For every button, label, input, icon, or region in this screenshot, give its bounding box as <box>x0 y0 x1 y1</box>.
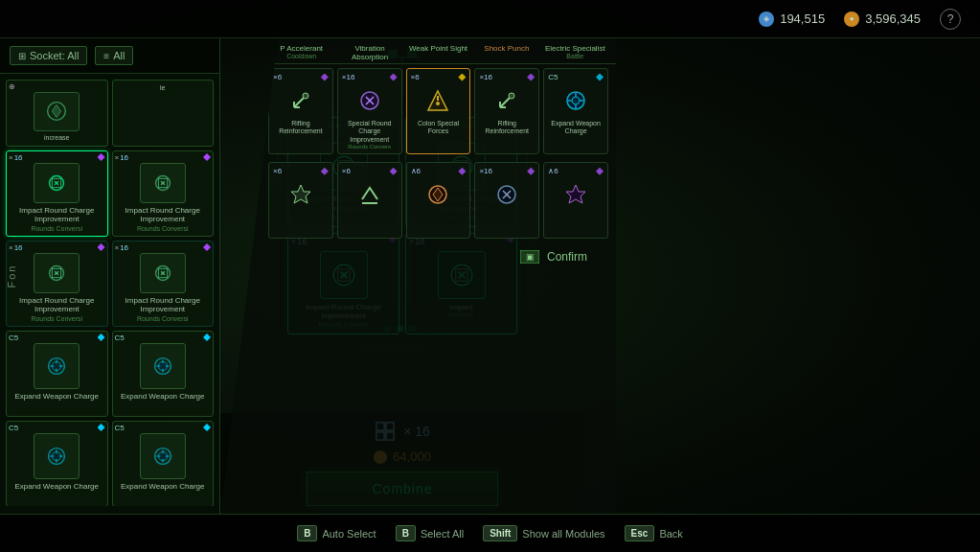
bottom-bar: B Auto Select B Select All Shift Show al… <box>0 514 980 552</box>
cat-4: Shock Punch <box>473 44 539 61</box>
rarity-gem <box>98 243 105 251</box>
list-item[interactable]: ⊕ increase <box>6 80 108 147</box>
hotkey-label-2: Select All <box>421 528 464 540</box>
fon-label: Fon <box>6 264 17 288</box>
item-badge: ×16 <box>115 243 129 252</box>
hotkey-back: Esc Back <box>625 525 683 541</box>
item-icon <box>34 92 80 131</box>
module-r2-2[interactable]: ×6 <box>337 162 402 239</box>
hotkey-label-3: Show all Modules <box>522 528 604 540</box>
item-badge: C5 <box>9 424 18 432</box>
rarity-gem <box>203 334 211 341</box>
item-badge: ⊕ <box>9 82 15 91</box>
list-item[interactable]: C5 Expand Weapon Charge <box>6 421 108 506</box>
rarity-indicator <box>321 168 329 175</box>
cat-1: P Accelerant Cooldown <box>268 44 334 61</box>
module-name: Special Round Charge Improvement <box>342 120 398 144</box>
module-icon <box>353 83 387 118</box>
currency2-icon: ● <box>844 12 859 27</box>
type-label: All <box>113 50 125 61</box>
left-panel: ⊞ Socket: All ≡ All ⊕ increase le ×16 Im… <box>0 38 220 514</box>
item-sub: Rounds Conversi <box>137 315 189 322</box>
item-badge: ×16 <box>9 153 23 162</box>
cat-3: Weak Point Sight <box>405 44 471 61</box>
module-r2-1[interactable]: ×6 <box>268 162 333 239</box>
rarity-gem <box>98 424 105 431</box>
rarity-indicator <box>321 74 329 81</box>
item-name: Impact Round Charge Improvement <box>117 206 210 224</box>
list-item[interactable]: le <box>112 80 215 147</box>
confirm-button[interactable]: ▣ Confirm <box>520 250 587 264</box>
rarity-indicator <box>390 168 398 175</box>
list-item[interactable]: C5 Expand Weapon Charge <box>112 331 215 417</box>
rarity-indicator <box>458 74 466 81</box>
module-r2-5[interactable]: ∧6 <box>543 162 608 239</box>
type-filter[interactable]: ≡ All <box>95 46 133 65</box>
module-name: Rifling Reinforcement <box>479 120 535 136</box>
module-expand[interactable]: C5 Expand Weapon Charge <box>543 68 608 154</box>
hotkey-b2: B <box>396 525 416 541</box>
list-item[interactable]: ×16 Impact Round Charge Improvement Roun… <box>112 150 215 237</box>
socket-filter[interactable]: ⊞ Socket: All <box>10 46 87 65</box>
rarity-gem <box>203 153 211 161</box>
module-name: Colon Special Forces <box>411 120 467 136</box>
item-name: increase <box>44 134 69 142</box>
module-icon <box>421 83 455 118</box>
item-sub: Rounds Conversi <box>137 225 189 232</box>
item-sub: Rounds Conversi <box>31 225 82 232</box>
rarity-indicator <box>596 74 604 81</box>
module-icon <box>284 83 318 118</box>
item-icon <box>34 253 80 293</box>
module-row-2: ×6 ×6 ∧6 ×16 ∧6 <box>220 158 616 242</box>
hotkey-esc: Esc <box>625 525 655 541</box>
list-item[interactable]: ×16 Impact Round Charge Improvement Roun… <box>6 150 108 237</box>
socket-icon: ⊞ <box>18 51 26 61</box>
module-row-1: ×6 Rifling Reinforcement ×16 Special Rou… <box>220 64 616 158</box>
svg-point-50 <box>436 102 440 105</box>
list-item[interactable]: ×16 Impact Round Charge Improvement Roun… <box>6 241 108 327</box>
item-name: Impact Round Charge Improvement <box>117 296 210 314</box>
item-icon <box>140 253 186 293</box>
confirm-area: ▣ Confirm <box>220 242 616 258</box>
item-name: Expand Weapon Charge <box>15 482 99 492</box>
right-panel: P Accelerant Cooldown Vibration Absorpti… <box>220 38 616 514</box>
type-icon: ≡ <box>103 51 109 61</box>
currency1-icon: ◈ <box>759 12 774 27</box>
list-item[interactable]: C5 Expand Weapon Charge <box>112 421 215 506</box>
item-icon <box>34 343 80 389</box>
socket-label: Socket: All <box>30 50 79 61</box>
item-icon <box>140 433 186 479</box>
help-button[interactable]: ? <box>940 9 961 30</box>
item-icon <box>34 433 80 479</box>
hotkey-label-4: Back <box>659 528 682 540</box>
svg-point-52 <box>509 93 514 99</box>
list-item[interactable]: ×16 Impact Round Charge Improvement Roun… <box>112 241 215 327</box>
rarity-gem <box>203 424 211 431</box>
currency1-value: 194,515 <box>780 12 825 26</box>
module-name: Rifling Reinforcement <box>273 120 329 136</box>
module-colon-special[interactable]: ×6 Colon Special Forces <box>406 68 471 154</box>
rarity-indicator <box>458 168 466 175</box>
hotkey-label-1: Auto Select <box>322 528 376 540</box>
item-icon <box>140 343 186 389</box>
confirm-label: Confirm <box>547 250 587 264</box>
svg-rect-51 <box>437 96 439 101</box>
module-r2-4[interactable]: ×16 <box>474 162 539 239</box>
item-badge: ×16 <box>9 243 23 252</box>
category-row: P Accelerant Cooldown Vibration Absorpti… <box>220 38 616 64</box>
item-name: Impact Round Charge Improvement <box>11 206 103 224</box>
cat-5: Electric Specialist Battle <box>542 44 608 61</box>
module-rifling-1[interactable]: ×6 Rifling Reinforcement <box>268 68 333 154</box>
module-type: Rounds Convers <box>348 144 391 150</box>
item-sub: Rounds Conversi <box>31 315 82 322</box>
item-icon <box>140 163 186 203</box>
item-badge: ×16 <box>115 153 129 162</box>
module-r2-3[interactable]: ∧6 <box>406 162 471 239</box>
module-icon <box>490 177 524 212</box>
hotkey-select-all: B Select All <box>396 525 464 541</box>
module-rifling-2[interactable]: ×16 Rifling Reinforcement <box>474 68 539 154</box>
module-special-round[interactable]: ×16 Special Round Charge Improvement Rou… <box>337 68 402 154</box>
list-item[interactable]: C5 Expand Weapon Charge <box>6 331 108 417</box>
currency-1: ◈ 194,515 <box>759 12 825 27</box>
item-badge: C5 <box>9 334 18 342</box>
